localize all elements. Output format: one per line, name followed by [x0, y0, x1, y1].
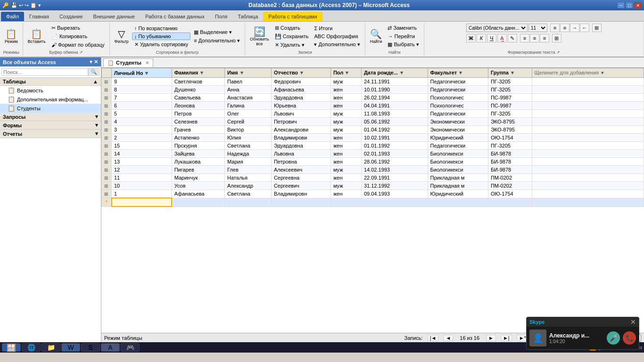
col-id[interactable]: Личный Но▼: [112, 68, 172, 78]
data-table-wrapper[interactable]: Личный Но▼ Фамилия ▾ Имя ▾ Отчество ▾ По…: [101, 68, 644, 333]
new-record-row[interactable]: *: [102, 198, 644, 206]
cell-id[interactable]: 5: [112, 110, 172, 118]
table-row[interactable]: ⊞1АфанасьеваСветланаВладимировнжен09.04.…: [102, 190, 644, 198]
cell-faculty[interactable]: Прикладная м: [428, 182, 488, 190]
save-record-btn[interactable]: 💾 Сохранить: [272, 33, 311, 41]
cell-last[interactable]: Маринчук: [172, 174, 224, 182]
bold-btn[interactable]: Ж: [466, 34, 476, 42]
cell-group[interactable]: ПГ-3205: [488, 110, 532, 118]
format-painter-btn[interactable]: 🖌 Формат по образцу: [49, 41, 107, 49]
cell-faculty[interactable]: Юридический: [428, 134, 488, 142]
cell-first[interactable]: Светлана: [225, 142, 272, 150]
cell-dob[interactable]: 10.01.1990: [361, 86, 428, 94]
cell-gender[interactable]: муж: [330, 126, 361, 134]
cell-faculty[interactable]: Педагогически: [428, 142, 488, 150]
taskbar-btn-skype[interactable]: S: [81, 343, 100, 352]
cell-first[interactable]: Мария: [225, 158, 272, 166]
filter-btn[interactable]: ▽ Фильтр: [112, 28, 131, 45]
font-size-selector[interactable]: 11: [528, 24, 547, 32]
close-tab-btn[interactable]: ✕: [145, 60, 149, 66]
hangup-btn[interactable]: 📞: [623, 331, 636, 345]
cell-dob[interactable]: 11.08.1993: [361, 110, 428, 118]
row-selector[interactable]: ⊞: [102, 174, 112, 182]
taskbar-btn-game[interactable]: 🎮: [121, 343, 140, 352]
table-row[interactable]: ⊞4СелезневСергейПетровичмуж05.06.1992Эко…: [102, 118, 644, 126]
row-selector[interactable]: ⊞: [102, 102, 112, 110]
cell-first[interactable]: Глев: [225, 166, 272, 174]
cell-last[interactable]: Светлячков: [172, 78, 224, 86]
cell-last[interactable]: Прскурня: [172, 142, 224, 150]
table-row[interactable]: ⊞14ЗайцеваНадеждаЛьвовнажен02.01.1993Био…: [102, 150, 644, 158]
row-selector[interactable]: ⊞: [102, 158, 112, 166]
additional-btn[interactable]: ≡ Дополнительно ▾: [191, 37, 242, 45]
row-selector[interactable]: ⊞: [102, 150, 112, 158]
cell-last[interactable]: Савельева: [172, 94, 224, 102]
cell-last[interactable]: Пигарев: [172, 166, 224, 174]
nav-prev-btn[interactable]: ◄: [443, 335, 453, 341]
cell-last[interactable]: Зайцева: [172, 150, 224, 158]
cell-id[interactable]: 6: [112, 102, 172, 110]
restore-btn[interactable]: □: [626, 2, 633, 8]
sidebar-item-dop-info[interactable]: 📋 Дополнительная информац...: [0, 95, 101, 104]
table-row[interactable]: ⊞2АстапенкоЮлияВладимировижен10.02.1991Ю…: [102, 134, 644, 142]
cell-group[interactable]: ПГ-3205: [488, 86, 532, 94]
cell-group[interactable]: ЭКО-8795: [488, 118, 532, 126]
cell-gender[interactable]: жен: [330, 158, 361, 166]
sort-desc-btn[interactable]: ↓ По убыванию: [132, 33, 190, 40]
cell-first[interactable]: Виктор: [225, 126, 272, 134]
sort-asc-btn[interactable]: ↑ По возрастанию: [132, 25, 190, 32]
cell-faculty[interactable]: Биологикекси: [428, 166, 488, 174]
cell-patronymic[interactable]: Сергеевна: [271, 174, 330, 182]
cell-first[interactable]: Светлана: [225, 190, 272, 198]
cell-faculty[interactable]: Юридический: [428, 190, 488, 198]
cell-first[interactable]: Юлия: [225, 134, 272, 142]
cell-gender[interactable]: жен: [330, 102, 361, 110]
table-row[interactable]: ⊞13ЛукашковаМарияПетровнажен28.06.1992Би…: [102, 158, 644, 166]
find-btn[interactable]: 🔍 Найти: [368, 28, 385, 45]
row-selector[interactable]: ⊞: [102, 134, 112, 142]
table-row[interactable]: ⊞7СавельеваАнастасияЭдуардовнажен26.02.1…: [102, 94, 644, 102]
cell-group[interactable]: ПС-9987: [488, 94, 532, 102]
cell-patronymic[interactable]: Юрьевна: [271, 102, 330, 110]
taskbar-btn-start[interactable]: 🪟: [2, 343, 21, 352]
cell-first[interactable]: Павел: [225, 78, 272, 86]
new-record-input[interactable]: [112, 198, 172, 206]
cell-id[interactable]: 4: [112, 118, 172, 126]
cell-gender[interactable]: жен: [330, 134, 361, 142]
cell-dob[interactable]: 01.01.1992: [361, 142, 428, 150]
align-center-btn[interactable]: ≡: [530, 34, 539, 42]
row-selector[interactable]: ⊞: [102, 126, 112, 134]
cell-first[interactable]: Сергей: [225, 118, 272, 126]
col-faculty[interactable]: Факультет ▾: [428, 68, 488, 78]
underline-btn[interactable]: Ч: [487, 34, 496, 42]
cell-group[interactable]: БИ-9878: [488, 166, 532, 174]
cell-patronymic[interactable]: Федорович: [271, 78, 330, 86]
cell-last[interactable]: Астапенко: [172, 134, 224, 142]
cell-dob[interactable]: 14.02.1993: [361, 166, 428, 174]
table-row[interactable]: ⊞6ЛеоноваГалинаЮрьевнажен04.04.1991Психо…: [102, 102, 644, 110]
cell-group[interactable]: ПМ-0202: [488, 182, 532, 190]
col-gender[interactable]: Пол ▾: [330, 68, 361, 78]
mode-btn[interactable]: 📋 Режим: [2, 28, 20, 45]
cut-btn[interactable]: ✂ Вырезать: [49, 24, 107, 32]
cell-faculty[interactable]: Экономически: [428, 118, 488, 126]
cell-gender[interactable]: жен: [330, 150, 361, 158]
cell-gender[interactable]: жен: [330, 190, 361, 198]
tab-fields[interactable]: Поля: [210, 12, 232, 21]
table-row[interactable]: ⊞15ПрскурняСветланаЭдуардовнажен01.01.19…: [102, 142, 644, 150]
col-dob[interactable]: Дата рожде... ▾: [361, 68, 428, 78]
cell-first[interactable]: Наталья: [225, 174, 272, 182]
cell-patronymic[interactable]: Сергеевич: [271, 182, 330, 190]
align-right-btn[interactable]: ≡: [540, 34, 549, 42]
cell-last[interactable]: Усов: [172, 182, 224, 190]
cell-group[interactable]: ЭКО-8795: [488, 126, 532, 134]
cell-patronymic[interactable]: Петровна: [271, 158, 330, 166]
tab-home[interactable]: Главная: [24, 12, 54, 21]
list-btn2[interactable]: ≡: [560, 24, 570, 32]
cell-last[interactable]: Афанасьева: [172, 190, 224, 198]
cell-dob[interactable]: 05.06.1992: [361, 118, 428, 126]
cell-patronymic[interactable]: Эдуардовна: [271, 94, 330, 102]
nav-first-btn[interactable]: |◄: [428, 335, 439, 341]
tab-table[interactable]: Таблица: [232, 12, 263, 21]
more-records-btn[interactable]: ▾ Дополнительно ▾: [312, 41, 362, 49]
